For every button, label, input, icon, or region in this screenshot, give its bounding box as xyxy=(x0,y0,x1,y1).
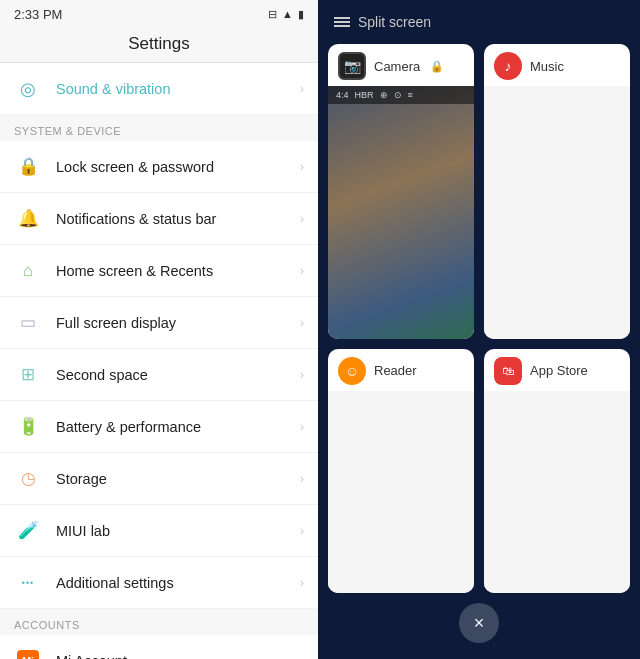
settings-item-miui[interactable]: 🧪 MIUI lab › xyxy=(0,505,318,557)
second-space-icon: ⊞ xyxy=(14,361,42,389)
close-button[interactable]: × xyxy=(459,603,499,643)
page-title: Settings xyxy=(0,28,318,63)
settings-item-notifications[interactable]: 🔔 Notifications & status bar › xyxy=(0,193,318,245)
music-preview xyxy=(484,86,630,339)
camera-toolbar-timer: ⊙ xyxy=(394,90,402,100)
notifications-chevron: › xyxy=(300,211,304,226)
split-screen-icon xyxy=(334,17,350,27)
additional-label: Additional settings xyxy=(56,575,300,591)
miui-icon: 🧪 xyxy=(14,517,42,545)
settings-item-fullscreen[interactable]: ▭ Full screen display › xyxy=(0,297,318,349)
fullscreen-icon: ▭ xyxy=(14,309,42,337)
reader-header: ☺ Reader xyxy=(328,349,474,391)
status-time: 2:33 PM xyxy=(14,7,62,22)
fullscreen-chevron: › xyxy=(300,315,304,330)
apps-grid: 📷 Camera 🔒 4:4 HBR ⊕ ⊙ ≡ ♪ Music xyxy=(318,44,640,593)
storage-label: Storage xyxy=(56,471,300,487)
sound-label: Sound & vibration xyxy=(56,81,300,97)
music-name: Music xyxy=(530,59,564,74)
storage-icon: ◷ xyxy=(14,465,42,493)
app-card-camera[interactable]: 📷 Camera 🔒 4:4 HBR ⊕ ⊙ ≡ xyxy=(328,44,474,339)
reader-app-icon: ☺ xyxy=(338,357,366,385)
fullscreen-label: Full screen display xyxy=(56,315,300,331)
camera-lock-icon: 🔒 xyxy=(430,60,444,73)
second-space-chevron: › xyxy=(300,367,304,382)
camera-toolbar-ratio: 4:4 xyxy=(336,90,349,100)
appstore-header: 🛍 App Store xyxy=(484,349,630,391)
multitask-panel: Split screen 📷 Camera 🔒 4:4 HBR ⊕ ⊙ ≡ xyxy=(318,0,640,659)
camera-preview: 4:4 HBR ⊕ ⊙ ≡ xyxy=(328,86,474,339)
signal-icon: ⊟ xyxy=(268,8,277,21)
camera-toolbar-menu: ≡ xyxy=(408,90,413,100)
reader-preview xyxy=(328,391,474,594)
settings-item-sound[interactable]: ◎ Sound & vibration › xyxy=(0,63,318,115)
mi-account-label: Mi Account xyxy=(56,653,300,660)
wifi-icon: ▲ xyxy=(282,8,293,20)
close-bar: × xyxy=(318,593,640,659)
home-label: Home screen & Recents xyxy=(56,263,300,279)
settings-item-second-space[interactable]: ⊞ Second space › xyxy=(0,349,318,401)
reader-name: Reader xyxy=(374,363,417,378)
lock-icon: 🔒 xyxy=(14,153,42,181)
notifications-label: Notifications & status bar xyxy=(56,211,300,227)
camera-name: Camera xyxy=(374,59,420,74)
miui-label: MIUI lab xyxy=(56,523,300,539)
camera-toolbar-hbr: HBR xyxy=(355,90,374,100)
settings-item-home[interactable]: ⌂ Home screen & Recents › xyxy=(0,245,318,297)
appstore-app-icon: 🛍 xyxy=(494,357,522,385)
camera-icon: 📷 xyxy=(344,58,361,74)
mi-account-icon: Mi xyxy=(14,647,42,660)
battery-perf-icon: 🔋 xyxy=(14,413,42,441)
camera-header: 📷 Camera 🔒 xyxy=(328,44,474,86)
notifications-icon: 🔔 xyxy=(14,205,42,233)
battery-label: Battery & performance xyxy=(56,419,300,435)
settings-item-lock[interactable]: 🔒 Lock screen & password › xyxy=(0,141,318,193)
mi-account-chevron: › xyxy=(300,653,304,659)
settings-item-battery[interactable]: 🔋 Battery & performance › xyxy=(0,401,318,453)
home-chevron: › xyxy=(300,263,304,278)
app-card-reader[interactable]: ☺ Reader xyxy=(328,349,474,594)
status-bar: 2:33 PM ⊟ ▲ ▮ xyxy=(0,0,318,28)
lock-label: Lock screen & password xyxy=(56,159,300,175)
settings-panel: 2:33 PM ⊟ ▲ ▮ Settings ◎ Sound & vibrati… xyxy=(0,0,318,659)
split-screen-bar[interactable]: Split screen xyxy=(318,0,640,44)
appstore-preview xyxy=(484,391,630,594)
settings-item-mi-account[interactable]: Mi Mi Account › xyxy=(0,635,318,659)
second-space-label: Second space xyxy=(56,367,300,383)
split-screen-label: Split screen xyxy=(358,14,431,30)
music-header: ♪ Music xyxy=(484,44,630,86)
miui-chevron: › xyxy=(300,523,304,538)
camera-app-icon: 📷 xyxy=(338,52,366,80)
music-app-icon: ♪ xyxy=(494,52,522,80)
settings-item-storage[interactable]: ◷ Storage › xyxy=(0,453,318,505)
home-icon: ⌂ xyxy=(14,257,42,285)
battery-chevron: › xyxy=(300,419,304,434)
app-card-appstore[interactable]: 🛍 App Store xyxy=(484,349,630,594)
status-icons: ⊟ ▲ ▮ xyxy=(268,8,304,21)
camera-toolbar: 4:4 HBR ⊕ ⊙ ≡ xyxy=(328,86,474,104)
lock-chevron: › xyxy=(300,159,304,174)
appstore-name: App Store xyxy=(530,363,588,378)
battery-icon: ▮ xyxy=(298,8,304,21)
app-card-music[interactable]: ♪ Music xyxy=(484,44,630,339)
sound-chevron: › xyxy=(300,81,304,96)
sound-icon: ◎ xyxy=(14,75,42,103)
settings-list[interactable]: ◎ Sound & vibration › SYSTEM & DEVICE 🔒 … xyxy=(0,63,318,659)
section-accounts: ACCOUNTS xyxy=(0,609,318,635)
additional-chevron: › xyxy=(300,575,304,590)
storage-chevron: › xyxy=(300,471,304,486)
section-system: SYSTEM & DEVICE xyxy=(0,115,318,141)
settings-item-additional[interactable]: ••• Additional settings › xyxy=(0,557,318,609)
additional-icon: ••• xyxy=(14,569,42,597)
camera-toolbar-focus: ⊕ xyxy=(380,90,388,100)
